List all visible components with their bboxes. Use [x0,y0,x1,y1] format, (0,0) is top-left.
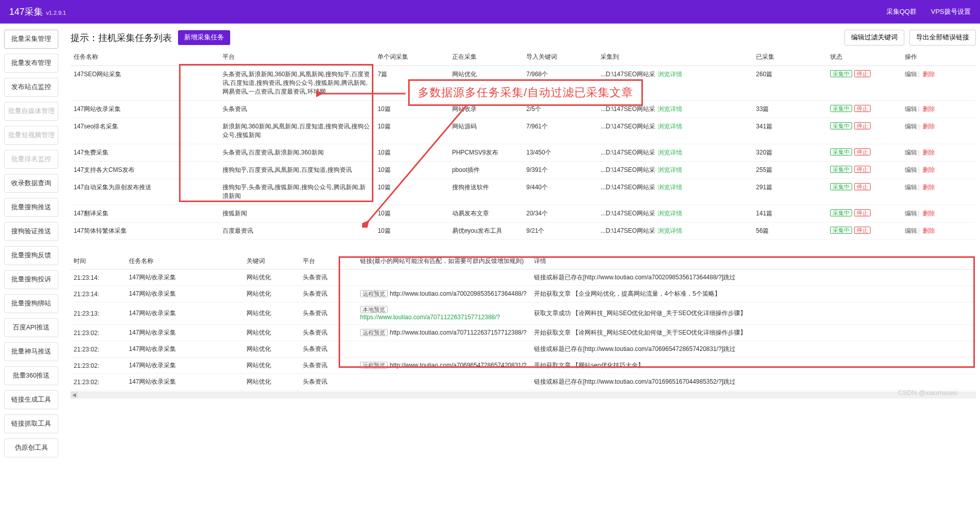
view-detail-link[interactable]: 浏览详情 [658,149,682,156]
log-url[interactable]: http://www.toutiao.com/a7002098535617364… [390,290,527,297]
status-running-badge: 采集中 [830,70,852,77]
view-detail-link[interactable]: 浏览详情 [658,105,682,113]
delete-button[interactable]: 删除 [923,166,935,173]
status-running-badge: 采集中 [830,166,852,173]
sidebar-item-0[interactable]: 批量采集管理 [4,30,58,49]
sidebar-item-2[interactable]: 发布站点监控 [4,78,58,97]
edit-button[interactable]: 编辑 [905,149,917,156]
task-row[interactable]: 147免费采集头条资讯,百度资讯,新浪新闻,360新闻10篇PHPCMSV9发布… [71,144,976,162]
log-url[interactable]: http://www.toutiao.com/a7071122637157712… [390,329,527,336]
cell-ops: 编辑|删除 [902,144,976,162]
sidebar-item-7[interactable]: 批量搜狗推送 [4,198,58,217]
horizontal-scrollbar[interactable]: ◄ [71,391,976,399]
sidebar-item-11[interactable]: 批量搜狗绑站 [4,294,58,313]
log-pf: 头条资讯 [300,270,357,286]
cell-imported: 13/450个 [523,144,597,162]
log-detail: 获取文章成功 【诠网科技_网站SEO优化如何做_关于SEO优化详细操作步骤】 [531,302,976,325]
lth-kw: 关键词 [243,253,300,270]
log-time: 21:23:14: [71,286,126,302]
th-status: 状态 [827,49,901,66]
edit-button[interactable]: 编辑 [905,71,917,78]
sidebar-item-13[interactable]: 批量神马推送 [4,342,58,361]
status-stop-button[interactable]: 停止 [854,227,871,234]
log-row: 21:23:02:147网站收录采集网站优化头条资讯远程预览http://www… [71,325,976,341]
log-detail: 链接或标题已存在[http://www.toutiao.com/a7016965… [531,374,976,390]
view-detail-link[interactable]: 浏览详情 [658,166,682,173]
view-detail-link[interactable]: 浏览详情 [658,123,682,130]
task-row[interactable]: 147支持各大CMS发布搜狗知乎,百度资讯,凤凰新闻,百度知道,搜狗资讯10篇p… [71,162,976,179]
cell-collected: 56篇 [753,223,827,240]
log-row: 21:23:02:147网站收录采集网站优化头条资讯链接或标题已存在[http:… [71,374,976,390]
cell-platform: 新浪新闻,360新闻,凤凰新闻,百度知道,搜狗资讯,搜狗公众号,搜狐新闻 [219,118,375,144]
status-stop-button[interactable]: 停止 [854,166,871,173]
view-detail-link[interactable]: 浏览详情 [658,210,682,217]
view-detail-link[interactable]: 浏览详情 [658,71,682,78]
cell-collected: 341篇 [753,118,827,144]
sidebar-item-14[interactable]: 批量360推送 [4,366,58,385]
scroll-left-icon[interactable]: ◄ [71,391,78,399]
sidebar-item-16[interactable]: 链接抓取工具 [4,414,58,433]
sidebar-item-1[interactable]: 批量发布管理 [4,54,58,73]
cell-collected: 260篇 [753,66,827,101]
lth-task: 任务名称 [126,253,243,270]
log-url[interactable]: https://www.toutiao.com/a707112263715771… [360,314,500,321]
edit-button[interactable]: 编辑 [905,123,917,130]
status-stop-button[interactable]: 停止 [854,70,871,77]
log-detail: 开始获取文章 【诠网科技_网站SEO优化如何做_关于SEO优化详细操作步骤】 [531,325,976,341]
lth-link: 链接(最小的网站可能没有匹配，如需要可群内反馈增加规则) [357,253,531,270]
task-row[interactable]: 147翻译采集搜狐新闻10篇动易发布文章20/34个...D:\147SEO网站… [71,205,976,223]
edit-button[interactable]: 编辑 [905,105,917,113]
delete-button[interactable]: 删除 [923,227,935,234]
log-link [357,374,531,390]
edit-button[interactable]: 编辑 [905,184,917,191]
th-collecting: 正在采集 [449,49,523,66]
log-time: 21:23:13: [71,302,126,325]
log-pf: 头条资讯 [300,286,357,302]
log-link: 远程预览http://www.toutiao.com/a700209853561… [357,286,531,302]
task-row[interactable]: 147seo排名采集新浪新闻,360新闻,凤凰新闻,百度知道,搜狗资讯,搜狗公众… [71,118,976,144]
delete-button[interactable]: 删除 [923,105,935,113]
log-url[interactable]: http://www.toutiao.com/a7069654728657420… [390,362,527,369]
sidebar-item-10[interactable]: 批量搜狗投诉 [4,270,58,289]
cell-ops: 编辑|删除 [902,162,976,179]
delete-button[interactable]: 删除 [923,149,935,156]
status-stop-button[interactable]: 停止 [854,122,871,129]
cell-ops: 编辑|删除 [902,101,976,118]
delete-button[interactable]: 删除 [923,184,935,191]
log-row: 21:23:14:147网站收录采集网站优化头条资讯远程预览http://www… [71,286,976,302]
header-link-qqgroup[interactable]: 采集QQ群 [886,7,917,16]
edit-button[interactable]: 编辑 [905,166,917,173]
cell-platform: 百度最资讯 [219,223,375,240]
view-detail-link[interactable]: 浏览详情 [658,184,682,191]
task-row[interactable]: 147简体转繁体采集百度最资讯10篇易优eyou发布工具9/21个...D:\1… [71,223,976,240]
filter-keywords-button[interactable]: 编辑过滤关键词 [844,30,904,46]
remote-preview-button[interactable]: 远程预览 [360,362,388,369]
th-collected: 已采集 [753,49,827,66]
status-stop-button[interactable]: 停止 [854,183,871,190]
local-preview-button[interactable]: 本地预览 [360,306,388,313]
status-stop-button[interactable]: 停止 [854,209,871,216]
sidebar-item-5: 批量排名监控 [4,150,58,169]
delete-button[interactable]: 删除 [923,210,935,217]
sidebar-item-15[interactable]: 链接生成工具 [4,390,58,409]
edit-button[interactable]: 编辑 [905,210,917,217]
status-stop-button[interactable]: 停止 [854,105,871,112]
sidebar-item-12[interactable]: 百度API推送 [4,318,58,337]
task-row[interactable]: 147自动采集为原创发布推送搜狗知乎,头条资讯,搜狐新闻,搜狗公众号,腾讯新闻,… [71,179,976,205]
new-task-button[interactable]: 新增采集任务 [178,30,230,45]
remote-preview-button[interactable]: 远程预览 [360,290,388,297]
edit-button[interactable]: 编辑 [905,227,917,234]
log-detail: 开始获取文章 【企业网站优化，提高网站流量，4个标准，5个策略】 [531,286,976,302]
sidebar-item-9[interactable]: 批量搜狗反馈 [4,246,58,265]
export-errors-button[interactable]: 导出全部错误链接 [909,30,976,46]
delete-button[interactable]: 删除 [923,123,935,130]
sidebar-item-8[interactable]: 搜狗验证推送 [4,222,58,241]
header-link-vps[interactable]: VPS拨号设置 [931,7,971,16]
sidebar-item-17[interactable]: 伪原创工具 [4,438,58,457]
delete-button[interactable]: 删除 [923,71,935,78]
remote-preview-button[interactable]: 远程预览 [360,329,388,336]
view-detail-link[interactable]: 浏览详情 [658,227,682,234]
sidebar-item-6[interactable]: 收录数据查询 [4,174,58,193]
status-stop-button[interactable]: 停止 [854,148,871,156]
log-task: 147网站收录采集 [126,358,243,374]
